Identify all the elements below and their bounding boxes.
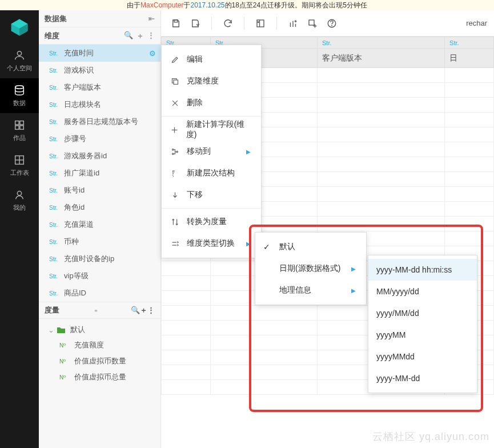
dimension-item[interactable]: Str.日志模块名	[39, 96, 160, 113]
cell[interactable]	[445, 68, 494, 83]
cell[interactable]	[445, 202, 494, 217]
menu-item[interactable]: 移动到▶	[162, 141, 261, 162]
chevron-right-icon: ▶	[351, 266, 356, 272]
measure-item[interactable]: Nº价值虚拟币总量	[39, 369, 160, 385]
nav-mine[interactable]: 我的	[0, 183, 39, 218]
dimension-item[interactable]: Str.充值时间⚙	[39, 45, 160, 62]
dimension-item[interactable]: Str.充值时设备的ip	[39, 250, 160, 267]
cell[interactable]	[445, 127, 494, 142]
cell[interactable]	[318, 157, 445, 172]
dimension-item[interactable]: Str.服务器日志规范版本号	[39, 113, 160, 130]
dimension-item[interactable]: Str.商品ID	[39, 285, 160, 302]
more-icon[interactable]: ⋮	[147, 306, 155, 314]
dimension-item[interactable]: Str.vip等级	[39, 267, 160, 285]
cell[interactable]	[210, 365, 317, 380]
type-tag: Nº	[59, 358, 70, 365]
cell[interactable]	[445, 113, 494, 127]
cell[interactable]	[318, 217, 445, 231]
chart-button[interactable]	[285, 15, 301, 31]
cell[interactable]	[210, 306, 317, 321]
gear-icon[interactable]: ⚙	[149, 49, 156, 58]
search-icon[interactable]: 🔍	[131, 306, 140, 314]
refresh-button[interactable]	[220, 15, 236, 31]
resize-grip-icon[interactable]: ▪▪▪▪▪	[94, 307, 96, 314]
cell[interactable]	[318, 113, 445, 127]
add-block-button[interactable]	[304, 15, 320, 31]
menu-item[interactable]: 维度类型切换▶	[162, 233, 261, 254]
more-icon[interactable]: ⋮	[147, 31, 155, 41]
save-button[interactable]	[168, 15, 184, 31]
menu-item[interactable]: 新建计算字段(维度)	[162, 119, 261, 141]
cell[interactable]	[162, 306, 211, 321]
cell[interactable]	[210, 335, 317, 350]
measure-item[interactable]: Nº价值虚拟币数量	[39, 353, 160, 369]
dimension-item[interactable]: Str.步骤号	[39, 130, 160, 147]
measure-item[interactable]: Nº充值额度	[39, 337, 160, 353]
cell[interactable]	[318, 68, 445, 83]
add-icon[interactable]: ＋	[140, 306, 147, 314]
cell[interactable]	[210, 380, 317, 395]
settings-panel-button[interactable]	[252, 15, 268, 31]
column-header[interactable]: 日	[445, 49, 494, 68]
menu-item[interactable]: 转换为度量	[162, 211, 261, 233]
cell[interactable]	[445, 98, 494, 113]
dimension-item[interactable]: Str.币种	[39, 233, 160, 250]
menu-item[interactable]: 下移	[162, 184, 261, 206]
dimension-item[interactable]: Str.游戏服务器id	[39, 147, 160, 165]
dimension-item[interactable]: Str.账号id	[39, 182, 160, 199]
cell[interactable]	[318, 187, 445, 202]
menu-item[interactable]: 日期(源数据格式)▶	[255, 258, 366, 279]
dimension-item[interactable]: Str.推广渠道id	[39, 165, 160, 182]
cell[interactable]	[162, 276, 211, 291]
cell[interactable]	[445, 231, 494, 246]
cell[interactable]	[162, 380, 211, 395]
menu-item[interactable]: yyyy/MM/dd	[368, 302, 477, 324]
menu-item[interactable]: yyyy-MM-dd	[368, 367, 477, 389]
menu-item[interactable]: ✓默认	[255, 236, 366, 258]
cell[interactable]	[318, 142, 445, 157]
cell[interactable]	[318, 202, 445, 217]
dataset-config-icon[interactable]: ⇤	[148, 14, 155, 23]
menu-item[interactable]: MM/yyyy/dd	[368, 281, 477, 302]
cell[interactable]	[445, 187, 494, 202]
cell[interactable]	[445, 142, 494, 157]
menu-item[interactable]: 删除	[162, 92, 261, 114]
cell[interactable]	[210, 350, 317, 365]
menu-item[interactable]: 编辑	[162, 49, 261, 70]
cell[interactable]	[162, 365, 211, 380]
cell[interactable]	[445, 217, 494, 231]
cell[interactable]	[162, 291, 211, 306]
add-icon[interactable]: ＋	[136, 31, 144, 41]
help-button[interactable]	[324, 15, 340, 31]
search-icon[interactable]: 🔍	[124, 31, 133, 41]
dimension-item[interactable]: Str.客户端版本	[39, 79, 160, 96]
nav-data[interactable]: 数据	[0, 78, 39, 113]
dimension-item[interactable]: Str.游戏标识	[39, 62, 160, 79]
cell[interactable]	[445, 157, 494, 172]
column-header[interactable]: 客户端版本	[318, 49, 445, 68]
menu-item[interactable]: 新建层次结构	[162, 162, 261, 184]
cell[interactable]	[318, 172, 445, 187]
cell[interactable]	[318, 127, 445, 142]
menu-item[interactable]: yyyyMMdd	[368, 346, 477, 367]
menu-item[interactable]: yyyy-MM-dd hh:mi:ss	[368, 259, 477, 281]
cell[interactable]	[162, 261, 211, 276]
cell[interactable]	[445, 172, 494, 187]
measure-folder[interactable]: ⌄ 默认	[39, 322, 160, 337]
dimension-item[interactable]: Str.角色id	[39, 199, 160, 216]
cell[interactable]	[162, 321, 211, 335]
cell[interactable]	[445, 83, 494, 98]
cell[interactable]	[162, 335, 211, 350]
nav-worksheet[interactable]: 工作表	[0, 148, 39, 183]
cell[interactable]	[318, 98, 445, 113]
save-as-button[interactable]	[187, 15, 203, 31]
menu-item[interactable]: 克隆维度	[162, 70, 261, 92]
cell[interactable]	[318, 83, 445, 98]
menu-item[interactable]: 地理信息▶	[255, 279, 366, 301]
cell[interactable]	[162, 350, 211, 365]
nav-works[interactable]: 作品	[0, 113, 39, 148]
dimension-item[interactable]: Str.充值渠道	[39, 216, 160, 233]
menu-item[interactable]: yyyyMM	[368, 324, 477, 346]
nav-personal[interactable]: 个人空间	[0, 43, 39, 78]
cell[interactable]	[210, 321, 317, 335]
